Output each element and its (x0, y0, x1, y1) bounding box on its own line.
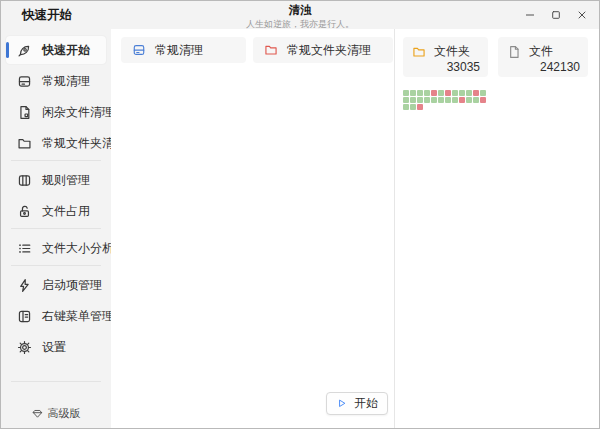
sidebar-item-misc-file-clean[interactable]: 闲杂文件清理 (6, 98, 106, 126)
start-button[interactable]: 开始 (326, 392, 388, 415)
grid-cell (410, 90, 416, 96)
grid-cell (452, 97, 458, 103)
titlebar-center: 清浊 人生如逆旅，我亦是行人。 (246, 4, 354, 31)
stat-card-label: 文件夹 (434, 43, 470, 60)
sidebar: 快速开始常规清理闲杂文件清理常规文件夹清理规则管理文件占用文件大小分析启动项管理… (1, 29, 111, 428)
action-card-label: 常规清理 (155, 42, 203, 59)
sidebar-item-file-occupy[interactable]: 文件占用 (6, 197, 106, 225)
play-icon (336, 398, 347, 409)
sidebar-item-premium[interactable]: 高级版 (1, 406, 111, 421)
grid-cell (466, 97, 472, 103)
sidebar-item-label: 右键菜单管理 (42, 308, 114, 325)
grid-cell (445, 90, 451, 96)
sidebar-item-folder-clean[interactable]: 常规文件夹清理 (6, 129, 106, 157)
list-icon (17, 241, 32, 256)
start-button-label: 开始 (354, 395, 378, 412)
file-icon (507, 45, 521, 59)
grid-cell (424, 90, 430, 96)
close-button[interactable] (572, 6, 591, 25)
edition-label: 高级版 (48, 406, 81, 421)
activity-grid (403, 90, 599, 110)
stat-card-value: 33035 (412, 60, 480, 74)
app-title: 清浊 (246, 4, 354, 18)
gear-icon (17, 340, 32, 355)
grid-cell (459, 97, 465, 103)
close-icon (576, 9, 588, 21)
file-stat: 文件242130 (498, 37, 588, 77)
sidebar-item-label: 快速开始 (42, 42, 90, 59)
main-panel: 常规清理常规文件夹清理 开始 (111, 29, 394, 428)
sidebar-divider (11, 228, 101, 229)
folder-stat: 文件夹33035 (403, 37, 488, 77)
sidebar-item-settings[interactable]: 设置 (6, 333, 106, 361)
file-clean-icon (17, 105, 32, 120)
grid-cell (480, 90, 486, 96)
general-clean-card[interactable]: 常规清理 (121, 37, 246, 63)
minimize-icon (524, 9, 536, 21)
grid-cell (410, 104, 416, 110)
titlebar-left: 快速开始 (1, 7, 72, 24)
sidebar-item-label: 闲杂文件清理 (42, 104, 114, 121)
lightning-icon (17, 278, 32, 293)
stat-card-value: 242130 (507, 60, 580, 74)
sidebar-item-label: 常规清理 (42, 73, 90, 90)
action-card-label: 常规文件夹清理 (287, 42, 371, 59)
grid-cell (459, 90, 465, 96)
window-body: 快速开始常规清理闲杂文件清理常规文件夹清理规则管理文件占用文件大小分析启动项管理… (1, 29, 599, 428)
rules-icon (17, 173, 32, 188)
sidebar-footer-divider (11, 381, 101, 382)
grid-cell (438, 97, 444, 103)
maximize-button[interactable] (546, 6, 565, 25)
folder-icon (412, 45, 426, 59)
sidebar-item-label: 文件占用 (42, 203, 90, 220)
grid-cell (431, 97, 437, 103)
gem-icon (32, 408, 43, 419)
folder-clean-card[interactable]: 常规文件夹清理 (253, 37, 393, 63)
grid-cell (417, 90, 423, 96)
grid-cell (403, 104, 409, 110)
grid-cell (403, 97, 409, 103)
sidebar-divider (11, 265, 101, 266)
sidebar-item-rules-manage[interactable]: 规则管理 (6, 166, 106, 194)
sidebar-item-startup-manage[interactable]: 启动项管理 (6, 271, 106, 299)
unlock-icon (17, 204, 32, 219)
sidebar-divider (11, 160, 101, 161)
grid-row (403, 104, 599, 110)
stat-card-label: 文件 (529, 43, 553, 60)
clean-icon (17, 74, 32, 89)
grid-row (403, 97, 599, 103)
sidebar-item-general-clean[interactable]: 常规清理 (6, 67, 106, 95)
grid-cell (480, 97, 486, 103)
grid-cell (438, 90, 444, 96)
grid-row (403, 90, 599, 96)
stat-card-header: 文件 (507, 43, 580, 60)
sidebar-item-quick-start[interactable]: 快速开始 (6, 36, 106, 64)
grid-cell (445, 97, 451, 103)
sidebar-item-file-size-analysis[interactable]: 文件大小分析 (6, 234, 106, 262)
grid-cell (417, 104, 423, 110)
grid-cell (403, 90, 409, 96)
action-cards: 常规清理常规文件夹清理 (121, 37, 394, 63)
stat-cards: 文件夹33035文件242130 (403, 37, 599, 77)
grid-cell (410, 97, 416, 103)
context-menu-icon (17, 309, 32, 324)
sidebar-item-label: 规则管理 (42, 172, 90, 189)
stats-panel: 文件夹33035文件242130 (394, 29, 599, 428)
folder-icon (17, 136, 32, 151)
grid-cell (424, 97, 430, 103)
clean-icon (132, 43, 146, 57)
sidebar-item-context-menu-manage[interactable]: 右键菜单管理 (6, 302, 106, 330)
grid-cell (473, 90, 479, 96)
app-window: 快速开始 清浊 人生如逆旅，我亦是行人。 快速开始常规清理闲杂文件清理常规文件夹… (0, 0, 600, 429)
sidebar-item-label: 设置 (42, 339, 66, 356)
stat-card-header: 文件夹 (412, 43, 480, 60)
titlebar: 快速开始 清浊 人生如逆旅，我亦是行人。 (1, 1, 599, 29)
grid-cell (466, 90, 472, 96)
grid-cell (431, 90, 437, 96)
grid-cell (473, 97, 479, 103)
page-title: 快速开始 (22, 7, 72, 24)
minimize-button[interactable] (520, 6, 539, 25)
folder-icon (264, 43, 278, 57)
window-controls (520, 1, 591, 29)
sidebar-item-label: 文件大小分析 (42, 240, 114, 257)
